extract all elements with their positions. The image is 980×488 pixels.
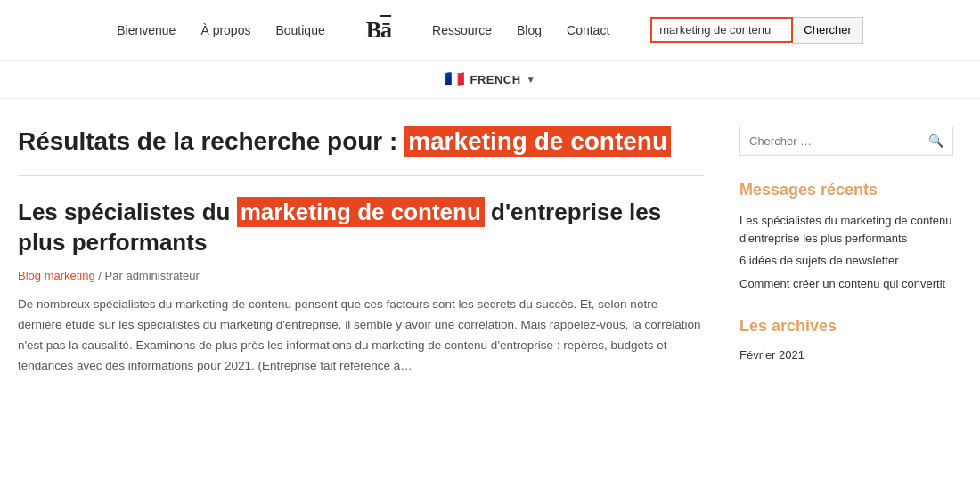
archive-month[interactable]: Février 2021 — [739, 348, 953, 362]
sidebar-search-input[interactable] — [740, 127, 919, 155]
header-search-button[interactable]: Chercher — [793, 17, 862, 44]
article-title[interactable]: Les spécialistes du marketing de contenu… — [18, 198, 704, 258]
nav-boutique[interactable]: Boutique — [275, 23, 324, 37]
main-nav: Bienvenue À propos Boutique Bā Ressource… — [117, 17, 863, 44]
article-meta-separator: / Par — [95, 269, 127, 282]
search-icon[interactable]: 🔍 — [919, 126, 952, 155]
flag-icon: 🇫🇷 — [445, 69, 465, 89]
sidebar-recent-title: Messages récents — [739, 181, 953, 199]
list-item: 6 idées de sujets de newsletter — [739, 252, 953, 270]
sidebar-recent-links: Les spécialistes du marketing de contenu… — [739, 212, 953, 292]
site-logo[interactable]: Bā — [366, 17, 391, 44]
article-category[interactable]: Blog marketing — [18, 269, 95, 282]
article-title-keyword: marketing de contenu — [237, 197, 485, 227]
recent-link-1[interactable]: Les spécialistes du marketing de contenu… — [739, 214, 951, 245]
header-search: Chercher — [650, 17, 862, 44]
recent-link-3[interactable]: Comment créer un contenu qui convertit — [739, 277, 945, 290]
nav-apropos[interactable]: À propos — [200, 23, 250, 37]
main-container: Résultats de la recherche pour : marketi… — [9, 99, 971, 394]
language-bar: 🇫🇷 FRENCH ▼ — [0, 61, 980, 99]
language-label: FRENCH — [470, 73, 520, 86]
list-item: Comment créer un contenu qui convertit — [739, 275, 953, 293]
results-prefix: Résultats de la recherche pour : — [18, 127, 404, 155]
chevron-down-icon: ▼ — [527, 75, 535, 85]
content-area: Résultats de la recherche pour : marketi… — [18, 126, 704, 377]
results-keyword: marketing de contenu — [404, 126, 671, 157]
sidebar-archives-title: Les archives — [739, 317, 953, 336]
article-excerpt: De nombreux spécialistes du marketing de… — [18, 295, 704, 377]
recent-link-2[interactable]: 6 idées de sujets de newsletter — [739, 254, 899, 267]
nav-contact[interactable]: Contact — [567, 23, 609, 37]
article-author: administrateur — [126, 269, 199, 282]
article-meta: Blog marketing / Par administrateur — [18, 269, 704, 282]
header-search-input[interactable] — [650, 17, 793, 43]
nav-blog[interactable]: Blog — [517, 23, 542, 37]
site-header: Bienvenue À propos Boutique Bā Ressource… — [0, 0, 980, 61]
sidebar-search-box: 🔍 — [739, 126, 953, 156]
search-results-title: Résultats de la recherche pour : marketi… — [18, 126, 704, 176]
list-item: Les spécialistes du marketing de contenu… — [739, 212, 953, 247]
language-selector[interactable]: 🇫🇷 FRENCH ▼ — [445, 69, 535, 89]
article-title-prefix: Les spécialistes du — [18, 199, 237, 225]
nav-ressource[interactable]: Ressource — [432, 23, 492, 37]
nav-bienvenue[interactable]: Bienvenue — [117, 23, 176, 37]
sidebar: 🔍 Messages récents Les spécialistes du m… — [739, 126, 953, 377]
